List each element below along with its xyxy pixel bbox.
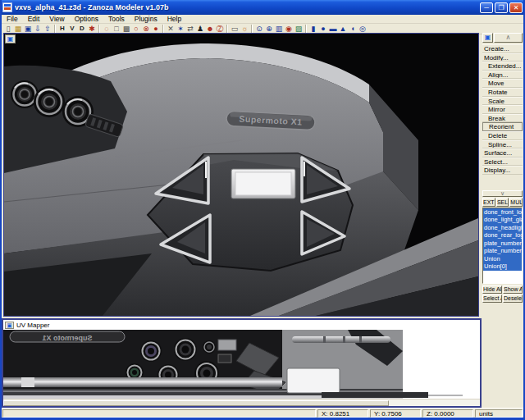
viewport-3d[interactable]: ▣ [3,33,479,317]
status-message-area [2,409,316,418]
toolbar-separator [251,25,253,34]
uv-mapper-title: UV Mapper [16,322,49,329]
car-render: Supermoto X1 [4,34,478,316]
cmd-align[interactable]: Align... [482,71,523,80]
mul-button[interactable]: MUL [509,198,523,207]
texture-small-plate [218,340,236,350]
cmd-reorient[interactable]: Reorient [482,122,523,131]
cmd-rotate[interactable]: Rotate [482,88,523,97]
command-sidebar: ▣ ∧ Create... Modify... Extended... Alig… [482,33,523,408]
restore-button[interactable]: ❐ [495,2,508,13]
sel-button[interactable]: SEL [496,198,509,207]
menu-file[interactable]: File [2,15,23,24]
select-all-button[interactable]: Select All [482,294,502,303]
ext-button[interactable]: EXT [482,198,495,207]
uv-texture: Supermoto X1 [3,330,480,399]
cmd-display[interactable]: Display... [482,166,523,175]
object-list[interactable]: done_front_logo done_light_glass done_he… [482,208,523,284]
cmd-mirror[interactable]: Mirror [482,105,523,114]
window-title: vxvs_alpha_41.z3d - Zanoza Modeler v1.07… [15,3,480,11]
cmd-move[interactable]: Move [482,79,523,88]
status-z-coord: Z: 0.0000 [422,409,473,418]
toolbar-separator [226,25,228,34]
status-units: units [475,409,523,418]
list-item[interactable]: done_rear_logo [483,231,522,240]
cmd-modify[interactable]: Modify... [482,53,523,62]
list-item[interactable]: Union[0] [483,262,522,271]
license-plate [231,169,295,199]
cmd-extended[interactable]: Extended... [482,62,523,71]
deselect-button[interactable]: Deselect [503,294,523,303]
status-bar: X: 0.8251 Y: 0.7506 Z: 0.0000 units [0,408,525,418]
menu-options[interactable]: Options [70,15,103,24]
title-bar[interactable]: vxvs_alpha_41.z3d - Zanoza Modeler v1.07… [0,0,525,15]
menu-edit[interactable]: Edit [23,15,45,24]
viewport-window-icon[interactable]: ▣ [5,34,16,43]
close-button[interactable]: ✕ [509,2,523,13]
cmd-spline[interactable]: Spline... [482,140,523,149]
texture-pipe [292,336,390,343]
status-y-coord: Y: 0.7506 [370,409,421,418]
texture-logo: Supermoto X1 [10,331,125,342]
texture-chrome-band [3,377,282,387]
panel-icon[interactable]: ▣ [482,33,493,43]
list-item[interactable]: done_headlight_glass [483,224,522,232]
minimize-button[interactable]: ─ [480,2,493,13]
menu-plugins[interactable]: Plugins [130,15,162,24]
uv-mapper-titlebar[interactable]: ▣ UV Mapper [3,320,480,330]
sidebar-spacer [482,175,523,190]
rollup-button[interactable]: ∧ [494,33,523,43]
window-border-left [0,0,2,418]
menu-tools[interactable]: Tools [103,15,130,24]
menu-view[interactable]: View [44,15,69,24]
svg-text:Supermoto X1: Supermoto X1 [42,334,92,342]
list-item[interactable]: Union [483,255,522,263]
menu-help[interactable]: Help [162,15,186,24]
toolbar-separator [98,25,100,34]
list-item[interactable]: done_front_logo [483,208,522,217]
cmd-delete[interactable]: Delete [482,131,523,140]
cmd-break[interactable]: Break [482,114,523,123]
status-x-coord: X: 0.8251 [317,409,368,418]
cmd-scale[interactable]: Scale [482,97,523,106]
cmd-select[interactable]: Select... [482,158,523,167]
texture-plate [287,368,340,393]
toolbar-separator [54,25,56,34]
toolbar-separator [162,25,164,34]
uv-window-icon[interactable]: ▣ [5,322,14,329]
uv-hscroll-thumb[interactable] [3,400,389,406]
app-icon [2,2,12,12]
cmd-surface[interactable]: Surface... [482,148,523,158]
cmd-create[interactable]: Create... [482,44,523,53]
show-all-button[interactable]: Show All [503,285,523,294]
menu-bar: File Edit View Options Tools Plugins Hel… [2,15,523,24]
hide-all-button[interactable]: Hide All [482,285,502,294]
collapse-button[interactable]: ∨ [482,190,523,197]
list-item[interactable]: plate_number [483,240,522,248]
toolbar-separator [305,25,307,34]
uv-mapper-window[interactable]: ▣ UV Mapper Supermoto X1 [2,318,482,408]
uv-hscrollbar[interactable] [3,399,480,406]
list-item[interactable]: plate_number[0] [483,247,522,255]
list-item[interactable]: done_light_glass [483,216,522,224]
texture-small-grille [218,354,231,363]
